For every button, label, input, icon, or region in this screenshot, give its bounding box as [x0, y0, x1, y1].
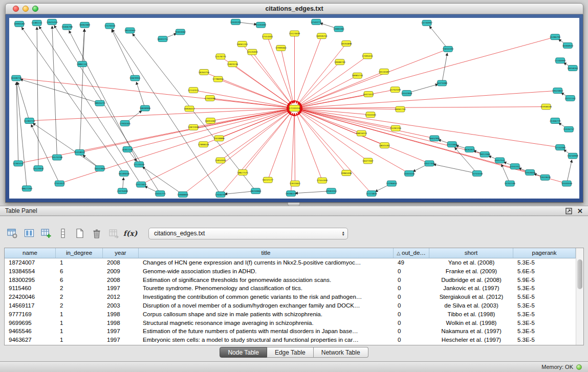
- column-header-in_degree[interactable]: in_degree: [56, 248, 103, 258]
- graph-node[interactable]: 18550563: [124, 28, 136, 33]
- graph-node[interactable]: 10990183: [14, 21, 25, 27]
- graph-node[interactable]: 12610651: [290, 181, 301, 186]
- graph-node[interactable]: 12940098: [205, 95, 216, 101]
- graph-node[interactable]: 18045497: [379, 143, 390, 148]
- graph-node[interactable]: 13755558: [472, 171, 483, 177]
- tab-edge-table[interactable]: Edge Table: [267, 347, 314, 358]
- graph-node[interactable]: 15282206: [390, 125, 401, 131]
- table-mode-icon[interactable]: [5, 227, 19, 240]
- graph-node[interactable]: 10340291: [230, 19, 242, 25]
- graph-node[interactable]: 14570708: [52, 155, 63, 160]
- graph-node[interactable]: 18945270: [94, 100, 105, 106]
- minimize-window-button[interactable]: [23, 6, 29, 12]
- graph-node[interactable]: 11026757: [563, 126, 575, 132]
- graph-node[interactable]: 14988806: [177, 192, 188, 198]
- table-row[interactable]: 977716911998Corpus callosum shape and si…: [5, 310, 576, 319]
- tab-node-table[interactable]: Node Table: [220, 347, 267, 358]
- graph-node[interactable]: 15542838: [401, 91, 412, 96]
- graph-node[interactable]: 17898028: [198, 142, 209, 147]
- column-header-pagerank[interactable]: pagerank: [513, 248, 576, 258]
- create-column-icon[interactable]: [39, 227, 53, 240]
- table-row[interactable]: 1872400712008Changes of HCN gene express…: [5, 258, 576, 267]
- graph-node[interactable]: 18301752: [157, 36, 168, 42]
- graph-node[interactable]: 18985734: [352, 73, 363, 78]
- graph-node[interactable]: 19088739: [334, 59, 345, 65]
- graph-node[interactable]: 15654334: [443, 46, 454, 52]
- graph-node[interactable]: 18827575: [237, 170, 248, 176]
- graph-node[interactable]: 13355556: [404, 171, 415, 177]
- column-header-name[interactable]: name: [5, 248, 56, 258]
- graph-node[interactable]: 16473480: [437, 80, 448, 86]
- graph-node[interactable]: 18627263: [21, 186, 33, 191]
- graph-node[interactable]: 20584034: [326, 188, 337, 194]
- graph-node[interactable]: 16055061: [205, 118, 216, 124]
- graph-node[interactable]: 16366920: [562, 43, 574, 49]
- graph-node[interactable]: 20357209: [122, 147, 133, 152]
- network-canvas[interactable]: 1606173415282206180454971647700719965098…: [9, 18, 579, 199]
- graph-node[interactable]: 14526300: [247, 49, 258, 55]
- column-header-out_degree[interactable]: △out_de…: [394, 248, 429, 258]
- graph-node[interactable]: 15950004: [215, 158, 226, 163]
- graph-node[interactable]: 16061734: [395, 106, 406, 112]
- tab-network-table[interactable]: Network Table: [314, 347, 368, 358]
- graph-node[interactable]: 21076408: [117, 188, 128, 194]
- table-row[interactable]: 946554611997Estimation of the future num…: [5, 327, 576, 336]
- graph-node[interactable]: 16061233: [236, 41, 248, 47]
- graph-node[interactable]: 18263756: [199, 70, 210, 75]
- show-columns-icon[interactable]: [22, 227, 36, 240]
- graph-node[interactable]: 21346779: [550, 118, 561, 124]
- graph-node[interactable]: 17999364: [275, 45, 287, 51]
- graph-node[interactable]: 15006798: [61, 24, 73, 30]
- table-row[interactable]: 946362711997Embryonic stem cells: a mode…: [5, 336, 576, 344]
- graph-node[interactable]: 17554305: [262, 34, 273, 39]
- graph-node[interactable]: 15048898: [213, 136, 225, 141]
- graph-node[interactable]: 17786950: [212, 76, 224, 82]
- graph-node[interactable]: 14702106: [505, 181, 516, 186]
- graph-node[interactable]: 12625453: [47, 19, 58, 25]
- new-table-icon[interactable]: [73, 227, 86, 240]
- graph-node[interactable]: 15286791: [550, 34, 561, 40]
- graph-node[interactable]: 18262977: [464, 147, 475, 152]
- graph-node[interactable]: 12610628: [539, 174, 551, 180]
- graph-node[interactable]: 17470104: [104, 23, 116, 29]
- graph-node[interactable]: 19320810: [552, 88, 563, 94]
- graph-node[interactable]: 15958038: [540, 104, 552, 110]
- graph-node[interactable]: 12152084: [555, 145, 566, 150]
- graph-node[interactable]: 12504500: [365, 112, 376, 118]
- graph-node[interactable]: 19965098: [341, 170, 352, 176]
- graph-node[interactable]: 14872006: [188, 124, 199, 130]
- graph-node[interactable]: 16189008: [118, 171, 129, 177]
- float-panel-icon[interactable]: [565, 208, 572, 214]
- graph-node[interactable]: 16474421: [363, 92, 374, 97]
- graph-node[interactable]: 17903305: [119, 121, 130, 126]
- graph-node[interactable]: 14702039: [389, 87, 401, 93]
- function-builder-icon[interactable]: f(x): [123, 227, 137, 240]
- graph-node[interactable]: 19498376: [286, 191, 297, 196]
- close-panel-icon[interactable]: ✕: [577, 208, 583, 214]
- table-selector[interactable]: citations_edges.txt ▲▼: [148, 228, 348, 239]
- graph-node[interactable]: 11381111: [31, 20, 42, 26]
- graph-node[interactable]: 16516587: [379, 69, 390, 75]
- graph-node[interactable]: 13256908: [567, 153, 578, 159]
- graph-node[interactable]: 15124639: [289, 31, 300, 36]
- graph-node[interactable]: 12142021: [188, 87, 199, 93]
- graph-node[interactable]: 16157277: [263, 177, 274, 183]
- graph-node[interactable]: 17554300: [317, 178, 328, 183]
- graph-node[interactable]: 18194898: [341, 41, 352, 47]
- graph-node[interactable]: 19303062: [175, 29, 186, 35]
- graph-node[interactable]: 14734997: [421, 20, 432, 26]
- graph-node[interactable]: 19861107: [77, 61, 88, 67]
- graph-node[interactable]: 17221848: [446, 142, 458, 147]
- window-titlebar[interactable]: citations_edges.txt: [5, 3, 583, 14]
- graph-node[interactable]: 21042317: [509, 164, 520, 169]
- scrollbar-thumb[interactable]: [577, 259, 582, 289]
- graph-node[interactable]: 18358261: [567, 65, 578, 71]
- zoom-window-button[interactable]: [32, 6, 38, 12]
- graph-node[interactable]: 12021820: [136, 182, 147, 187]
- table-row[interactable]: 911546021997Tourette syndrome. Phenomeno…: [5, 284, 576, 293]
- graph-node[interactable]: 15318031: [74, 149, 85, 155]
- graph-node[interactable]: 16816013: [356, 130, 367, 136]
- graph-node[interactable]: 12365432: [13, 161, 24, 166]
- graph-node[interactable]: 18234864: [250, 188, 262, 194]
- graph-node[interactable]: 14517348: [424, 161, 435, 166]
